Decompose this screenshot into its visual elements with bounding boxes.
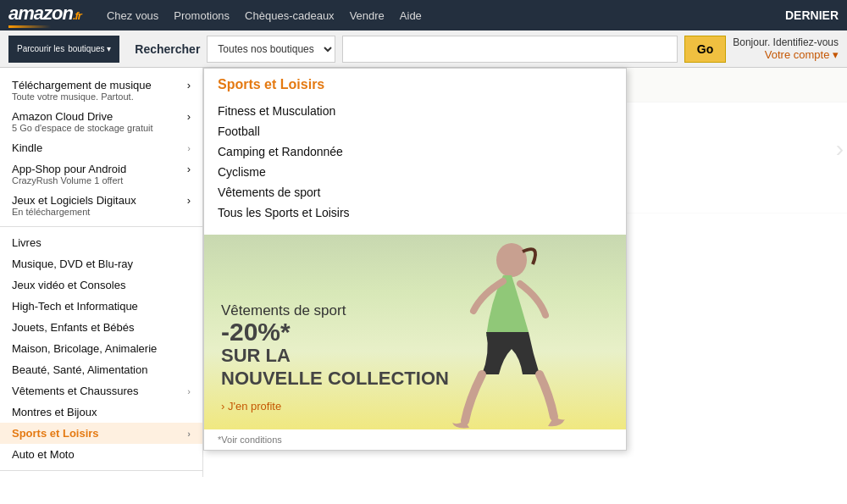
arrow-icon: ›	[187, 429, 191, 439]
dropdown-link-tous[interactable]: Tous les Sports et Loisirs	[218, 202, 612, 223]
main-area: Téléchargement de musique › Toute votre …	[0, 68, 847, 477]
dropdown-link-football[interactable]: Football	[218, 121, 612, 141]
sidebar-item-auto[interactable]: Auto et Moto	[0, 444, 202, 465]
dropdown-link-vetements[interactable]: Vêtements de sport	[218, 182, 612, 202]
svg-point-0	[496, 243, 527, 277]
sidebar-item-appshop[interactable]: App-Shop pour Android › CrazyRush Volume…	[0, 158, 202, 190]
promo-text: Vêtements de sport -20%* SUR LANOUVELLE …	[204, 285, 466, 429]
search-label: Rechercher	[135, 42, 200, 56]
sidebar-item-sub: En téléchargement	[12, 207, 191, 217]
nav-cheques[interactable]: Chèques-cadeaux	[245, 9, 335, 22]
sidebar-item-sub: Toute votre musique. Partout.	[12, 91, 191, 102]
main-nav: Chez vous Promotions Chèques-cadeaux Ven…	[107, 9, 422, 22]
dropdown-promo: Vêtements de sport -20%* SUR LANOUVELLE …	[204, 235, 626, 429]
search-input[interactable]	[342, 36, 677, 63]
dropdown-header: Sports et Loisirs	[204, 69, 626, 97]
arrow-icon: ›	[187, 194, 191, 207]
category-select[interactable]: Toutes nos boutiques	[207, 36, 335, 63]
sidebar-item-sub: CrazyRush Volume 1 offert	[12, 175, 191, 186]
arrow-icon: ›	[187, 110, 191, 123]
header-right-label: DERNIER	[785, 8, 839, 22]
promo-title: Vêtements de sport	[221, 302, 449, 319]
sidebar-item-sub: 5 Go d'espace de stockage gratuit	[12, 123, 191, 133]
sidebar-item-label[interactable]: Téléchargement de musique ›	[12, 79, 191, 91]
arrow-icon: ›	[187, 386, 191, 396]
nav-vendre[interactable]: Vendre	[350, 9, 385, 22]
sidebar-item-livres[interactable]: Livres	[0, 232, 202, 253]
header: amazon.fr Chez vous Promotions Chèques-c…	[0, 0, 847, 30]
sidebar-item-kindle[interactable]: Kindle ›	[0, 137, 202, 158]
promo-discount: -20%*	[221, 319, 449, 345]
search-go-button[interactable]: Go	[684, 36, 726, 63]
sidebar-item-montres[interactable]: Montres et Bijoux	[0, 402, 202, 423]
arrow-icon: ›	[187, 163, 191, 175]
dropdown-panel: Sports et Loisirs Fitness et Musculation…	[203, 68, 627, 451]
sidebar-item-jeux-video[interactable]: Jeux vidéo et Consoles	[0, 274, 202, 296]
dropdown-link-cyclisme[interactable]: Cyclisme	[218, 162, 612, 182]
browse-button[interactable]: Parcourir les boutiques ▾	[8, 36, 119, 63]
account-link[interactable]: Votre compte ▾	[765, 48, 839, 61]
sidebar: Téléchargement de musique › Toute votre …	[0, 68, 203, 477]
sidebar-item-jouets[interactable]: Jouets, Enfants et Bébés	[0, 317, 202, 338]
sidebar-item-label[interactable]: App-Shop pour Android ›	[12, 163, 191, 175]
nav-aide[interactable]: Aide	[400, 9, 422, 22]
dropdown-links: Fitness et Musculation Football Camping …	[204, 97, 626, 226]
sidebar-item-beaute[interactable]: Beauté, Santé, Alimentation	[0, 359, 202, 380]
sidebar-item-vetements[interactable]: Vêtements et Chaussures ›	[0, 380, 202, 402]
sidebar-item-musique[interactable]: Musique, DVD et Blu-ray	[0, 253, 202, 274]
arrow-icon: ›	[187, 79, 191, 91]
sidebar-item-maison[interactable]: Maison, Bricolage, Animalerie	[0, 338, 202, 359]
account-greeting: Bonjour. Identifiez-vous	[733, 36, 839, 48]
sidebar-item-hightech[interactable]: High-Tech et Informatique	[0, 296, 202, 317]
nav-promotions[interactable]: Promotions	[174, 9, 230, 22]
sidebar-item-telechargement[interactable]: Téléchargement de musique › Toute votre …	[0, 75, 202, 106]
account-info: Bonjour. Identifiez-vous Votre compte ▾	[733, 36, 839, 61]
dropdown-footer: *Voir conditions	[204, 429, 626, 450]
promo-link[interactable]: › J'en profite	[221, 400, 449, 413]
sidebar-divider	[0, 226, 202, 227]
sidebar-item-toutes[interactable]: Toutes les boutiques	[0, 476, 202, 477]
sidebar-item-label[interactable]: Amazon Cloud Drive ›	[12, 110, 191, 123]
promo-subtitle: SUR LANOUVELLE COLLECTION	[221, 345, 449, 390]
sidebar-item-label[interactable]: Jeux et Logiciels Digitaux ›	[12, 194, 191, 207]
search-bar: Parcourir les boutiques ▾ Rechercher Tou…	[0, 30, 847, 68]
dropdown-link-camping[interactable]: Camping et Randonnée	[218, 141, 612, 162]
sidebar-item-jeux-digitaux[interactable]: Jeux et Logiciels Digitaux › En téléchar…	[0, 190, 202, 221]
dropdown-link-fitness[interactable]: Fitness et Musculation	[218, 101, 612, 121]
browse-line2: boutiques ▾	[68, 44, 111, 53]
sidebar-divider-2	[0, 470, 202, 471]
browse-line1: Parcourir les	[17, 44, 64, 53]
arrow-icon: ›	[187, 143, 191, 153]
nav-chez-vous[interactable]: Chez vous	[107, 9, 158, 22]
logo: amazon.fr	[8, 3, 81, 28]
dropdown-title: Sports et Loisirs	[218, 77, 612, 92]
sidebar-item-cloud-drive[interactable]: Amazon Cloud Drive › 5 Go d'espace de st…	[0, 106, 202, 137]
sidebar-item-sports[interactable]: Sports et Loisirs ›	[0, 423, 202, 444]
